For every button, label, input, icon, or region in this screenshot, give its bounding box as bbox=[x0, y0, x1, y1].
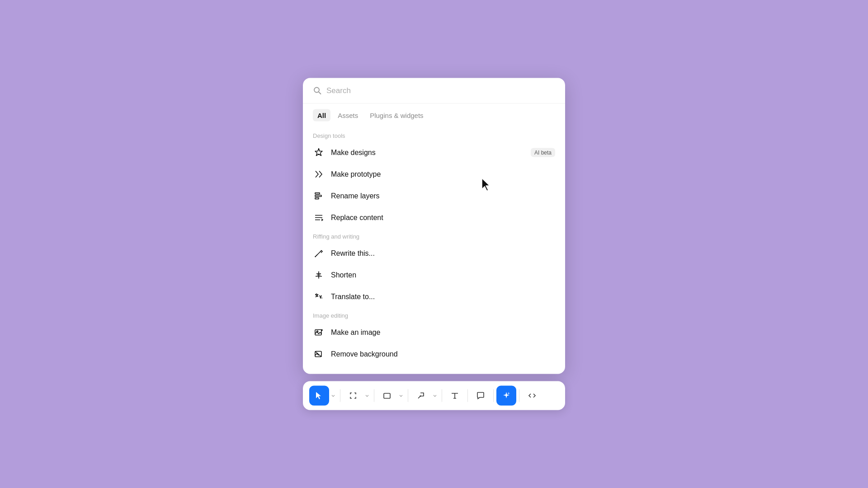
search-bar bbox=[303, 78, 565, 104]
frame-tool-chevron[interactable] bbox=[363, 386, 371, 406]
make-designs-icon bbox=[313, 147, 325, 159]
divider-3 bbox=[408, 389, 408, 402]
menu-item-shorten[interactable]: Shorten bbox=[303, 264, 565, 286]
divider-7 bbox=[519, 389, 519, 402]
text-tool-button[interactable] bbox=[445, 386, 465, 406]
menu-item-translate[interactable]: Translate to... bbox=[303, 286, 565, 308]
tool-group-shape bbox=[377, 386, 405, 406]
divider-5 bbox=[467, 389, 468, 402]
menu-item-rewrite[interactable]: Rewrite this... bbox=[303, 243, 565, 264]
search-input[interactable] bbox=[326, 86, 555, 95]
menu-item-make-image[interactable]: Make an image bbox=[303, 322, 565, 343]
make-image-label: Make an image bbox=[331, 328, 555, 337]
tabs-bar: All Assets Plugins & widgets bbox=[303, 104, 565, 122]
svg-point-14 bbox=[317, 331, 318, 332]
rename-layers-label: Rename layers bbox=[331, 192, 555, 200]
svg-point-18 bbox=[420, 395, 421, 397]
menu-item-rename-layers[interactable]: Rename layers bbox=[303, 185, 565, 207]
make-prototype-icon bbox=[313, 169, 325, 180]
content-area: Design tools Make designs AI beta bbox=[303, 122, 565, 374]
replace-content-label: Replace content bbox=[331, 214, 555, 222]
tab-all[interactable]: All bbox=[313, 109, 330, 122]
make-prototype-label: Make prototype bbox=[331, 170, 555, 178]
pen-tool-chevron[interactable] bbox=[431, 386, 439, 406]
remove-bg-icon bbox=[313, 348, 325, 360]
section-header-image-editing: Image editing bbox=[303, 308, 565, 322]
divider-4 bbox=[442, 389, 442, 402]
command-palette: All Assets Plugins & widgets Design tool… bbox=[303, 78, 565, 374]
divider-2 bbox=[374, 389, 374, 402]
shorten-icon bbox=[313, 269, 325, 281]
svg-rect-17 bbox=[384, 394, 390, 399]
make-image-icon bbox=[313, 327, 325, 338]
shape-tool-button[interactable] bbox=[377, 386, 397, 406]
tool-group-frame bbox=[343, 386, 371, 406]
select-tool-chevron[interactable] bbox=[329, 386, 337, 406]
menu-item-make-designs[interactable]: Make designs AI beta bbox=[303, 142, 565, 164]
tab-plugins[interactable]: Plugins & widgets bbox=[365, 109, 428, 122]
menu-item-remove-bg[interactable]: Remove background bbox=[303, 343, 565, 365]
toolbar bbox=[303, 381, 565, 410]
svg-rect-2 bbox=[315, 193, 320, 194]
svg-line-1 bbox=[319, 92, 321, 94]
frame-tool-button[interactable] bbox=[343, 386, 363, 406]
tool-group-pen bbox=[411, 386, 439, 406]
translate-label: Translate to... bbox=[331, 293, 555, 301]
svg-point-8 bbox=[315, 256, 316, 257]
center-area: All Assets Plugins & widgets Design tool… bbox=[303, 78, 565, 410]
code-tool-button[interactable] bbox=[522, 386, 542, 406]
ai-tool-button[interactable] bbox=[496, 386, 516, 406]
menu-item-make-prototype[interactable]: Make prototype bbox=[303, 164, 565, 185]
shorten-label: Shorten bbox=[331, 271, 555, 279]
rewrite-label: Rewrite this... bbox=[331, 249, 555, 258]
translate-icon bbox=[313, 291, 325, 303]
make-designs-label: Make designs bbox=[331, 149, 524, 157]
divider-1 bbox=[340, 389, 340, 402]
menu-item-replace-content[interactable]: Replace content bbox=[303, 207, 565, 229]
comment-tool-button[interactable] bbox=[471, 386, 491, 406]
divider-6 bbox=[493, 389, 494, 402]
select-tool-button[interactable] bbox=[309, 386, 329, 406]
remove-bg-label: Remove background bbox=[331, 350, 555, 358]
rewrite-icon bbox=[313, 248, 325, 259]
shape-tool-chevron[interactable] bbox=[397, 386, 405, 406]
section-header-design-tools: Design tools bbox=[303, 128, 565, 142]
svg-rect-3 bbox=[315, 195, 321, 197]
pen-tool-button[interactable] bbox=[411, 386, 431, 406]
section-header-riffing: Riffing and writing bbox=[303, 229, 565, 243]
replace-content-icon bbox=[313, 212, 325, 224]
tab-assets[interactable]: Assets bbox=[333, 109, 363, 122]
search-icon bbox=[313, 86, 322, 95]
svg-rect-4 bbox=[315, 198, 319, 199]
ai-beta-badge: AI beta bbox=[531, 148, 555, 157]
tool-group-select bbox=[309, 386, 337, 406]
svg-point-0 bbox=[314, 88, 319, 93]
rename-layers-icon bbox=[313, 190, 325, 202]
